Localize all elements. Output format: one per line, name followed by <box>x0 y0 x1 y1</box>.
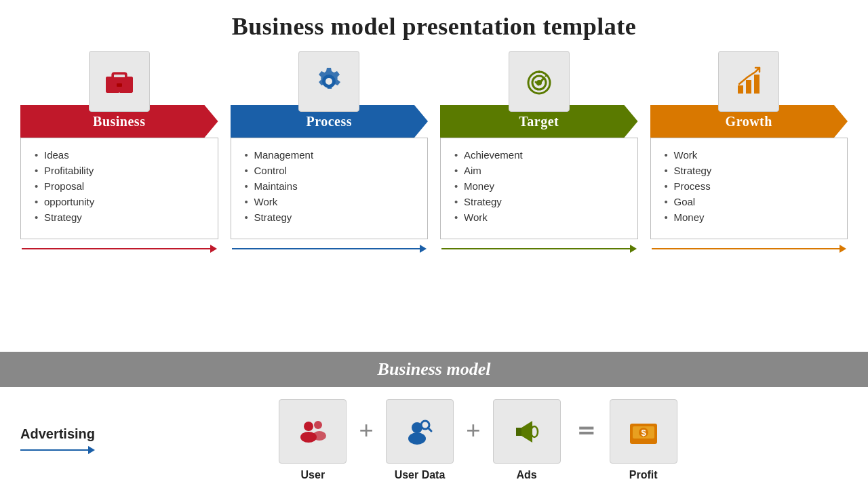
ads-label: Ads <box>517 469 537 481</box>
advertising-wrap: Advertising <box>20 426 108 454</box>
profit-label: Profit <box>629 469 658 481</box>
svg-rect-11 <box>117 83 122 87</box>
advertising-label: Advertising <box>20 426 95 442</box>
svg-point-12 <box>326 78 332 85</box>
userdata-label: User Data <box>395 469 446 481</box>
title-section: Business model presentation template <box>0 0 868 47</box>
user-label: User <box>301 469 326 481</box>
list-item: Maintains <box>245 180 417 192</box>
advertising-arrow <box>20 446 95 454</box>
svg-text:$: $ <box>641 428 646 438</box>
business-label: Business <box>93 114 145 129</box>
main-title: Business model presentation template <box>0 12 868 41</box>
business-arrow-line <box>20 245 218 253</box>
list-item: Ideas <box>35 149 207 161</box>
list-item: Strategy <box>35 211 207 223</box>
list-item: Strategy <box>665 165 837 176</box>
growth-list: Work Strategy Process Goal Money <box>665 149 837 223</box>
userdata-icon-card <box>386 399 454 464</box>
briefcase-icon <box>103 65 136 98</box>
operator-2: + <box>466 415 481 445</box>
growth-icon-card <box>718 51 779 112</box>
list-item: Goal <box>665 196 837 207</box>
growth-label: Growth <box>726 114 772 129</box>
business-list: Ideas Profitability Proposal opportunity… <box>35 149 207 223</box>
svg-point-26 <box>408 432 426 445</box>
profit-icon-card: $ $ <box>610 399 677 464</box>
target-icon-card <box>509 51 570 112</box>
gray-banner: Business model <box>0 352 868 387</box>
target-content: Achievement Aim Money Strategy Work <box>440 138 638 239</box>
column-growth: Growth Work Strategy Process Goal Money <box>650 51 848 253</box>
svg-rect-31 <box>516 428 521 436</box>
bottom-item-userdata: User Data <box>386 399 454 481</box>
bottom-item-profit: $ $ Profit <box>610 399 677 481</box>
list-item: opportunity <box>35 196 207 207</box>
svg-point-23 <box>314 421 322 429</box>
column-process: Process Management Control Maintains Wor… <box>231 51 429 253</box>
equals-sign: ＝ <box>573 413 597 447</box>
list-item: Strategy <box>245 211 417 223</box>
bottom-item-ads: Ads <box>493 399 561 481</box>
list-item: Proposal <box>35 180 207 192</box>
bottom-items: User + User Data + <box>108 399 848 481</box>
users-icon <box>295 414 330 449</box>
megaphone-icon <box>509 414 545 449</box>
process-label: Process <box>306 114 352 129</box>
business-content: Ideas Profitability Proposal opportunity… <box>20 138 218 239</box>
target-arrow-line <box>440 245 638 253</box>
column-business: Business Ideas Profitability Proposal op… <box>20 51 218 253</box>
list-item: Work <box>665 149 837 161</box>
target-list: Achievement Aim Money Strategy Work <box>454 149 627 223</box>
gear-icon <box>313 65 345 98</box>
list-item: Money <box>665 211 837 223</box>
list-item: Management <box>245 149 417 161</box>
process-arrow-line <box>231 245 429 253</box>
list-item: Achievement <box>454 149 627 161</box>
target-icon <box>523 65 555 98</box>
user-icon-card <box>279 399 347 464</box>
bottom-section: Advertising User + <box>0 387 868 488</box>
list-item: Profitability <box>35 165 207 176</box>
list-item: Process <box>665 180 837 192</box>
svg-rect-18 <box>738 85 743 94</box>
svg-line-29 <box>428 428 431 431</box>
svg-rect-20 <box>754 75 760 94</box>
process-content: Management Control Maintains Work Strate… <box>231 138 429 239</box>
column-target: Target Achievement Aim Money Strategy Wo… <box>440 51 638 253</box>
process-list: Management Control Maintains Work Strate… <box>245 149 417 223</box>
list-item: Work <box>245 196 417 207</box>
list-item: Aim <box>454 165 627 176</box>
list-item: Money <box>454 180 627 192</box>
top-section: Business Ideas Profitability Proposal op… <box>0 51 868 350</box>
money-icon: $ $ <box>626 414 661 449</box>
svg-point-21 <box>304 422 313 431</box>
svg-rect-19 <box>746 80 751 94</box>
growth-content: Work Strategy Process Goal Money <box>650 138 848 239</box>
gray-banner-text: Business model <box>378 359 491 380</box>
page: Business model presentation template <box>0 0 868 488</box>
list-item: Control <box>245 165 417 176</box>
bottom-item-user: User <box>279 399 347 481</box>
list-item: Work <box>454 211 627 223</box>
process-icon-card <box>298 51 359 112</box>
ads-icon-card <box>493 399 561 464</box>
chart-icon <box>732 65 765 98</box>
target-label: Target <box>519 114 559 129</box>
operator-1: + <box>359 415 374 445</box>
list-item: Strategy <box>454 196 627 207</box>
search-users-icon <box>402 414 437 449</box>
svg-point-24 <box>313 431 326 441</box>
business-icon-card <box>89 51 150 112</box>
growth-arrow-line <box>650 245 848 253</box>
